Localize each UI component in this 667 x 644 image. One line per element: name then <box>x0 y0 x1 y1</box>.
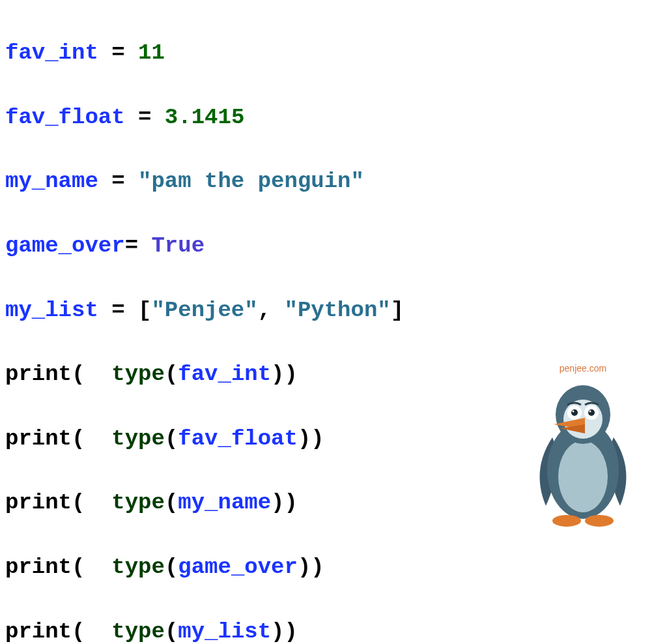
builtin-type: type <box>111 490 165 515</box>
penguin-icon <box>528 379 638 529</box>
paren-close: )) <box>271 362 298 387</box>
paren-open: ( <box>72 555 111 579</box>
eq-op: = <box>98 298 138 323</box>
paren-close: )) <box>298 426 324 451</box>
code-line-9: print( type(game_over)) <box>5 551 662 583</box>
paren-open: ( <box>165 426 178 451</box>
paren-close: )) <box>271 490 298 515</box>
svg-point-6 <box>571 409 578 416</box>
string-literal: "Penjee" <box>151 298 257 323</box>
var-ref: fav_float <box>178 426 298 451</box>
builtin-print: print <box>5 619 72 644</box>
var-name: my_name <box>5 169 98 194</box>
paren-close: )) <box>298 555 324 579</box>
var-name: game_over <box>5 233 125 258</box>
string-literal: "pam the penguin" <box>138 169 364 194</box>
svg-point-10 <box>552 515 581 527</box>
builtin-print: print <box>5 555 72 579</box>
var-name: fav_int <box>5 40 98 65</box>
code-block: fav_int = 11 fav_float = 3.1415 my_name … <box>5 5 662 644</box>
paren-open: ( <box>165 490 178 515</box>
eq-op: = <box>125 233 152 258</box>
paren-open: ( <box>165 362 178 387</box>
int-literal: 11 <box>138 40 165 65</box>
bracket-open: [ <box>138 298 151 323</box>
var-ref: my_name <box>178 490 271 515</box>
eq-op: = <box>98 169 138 194</box>
code-line-3: my_name = "pam the penguin" <box>5 166 662 198</box>
string-literal: "Python" <box>285 298 391 323</box>
builtin-type: type <box>111 619 165 644</box>
svg-point-11 <box>585 515 614 527</box>
paren-open: ( <box>72 619 111 644</box>
var-name: my_list <box>5 298 98 323</box>
paren-open: ( <box>72 426 111 451</box>
mascot: penjee.com <box>521 362 645 540</box>
paren-open: ( <box>165 619 178 644</box>
code-line-4: game_over= True <box>5 230 662 262</box>
builtin-type: type <box>111 426 165 451</box>
var-ref: my_list <box>178 619 271 644</box>
eq-op: = <box>125 105 165 130</box>
bracket-close: ] <box>391 298 404 323</box>
mascot-caption: penjee.com <box>521 362 645 375</box>
var-ref: game_over <box>178 555 298 579</box>
svg-point-8 <box>573 411 575 413</box>
svg-point-7 <box>588 409 595 416</box>
float-literal: 3.1415 <box>165 105 244 130</box>
code-line-2: fav_float = 3.1415 <box>5 102 662 134</box>
builtin-type: type <box>111 555 165 579</box>
eq-op: = <box>98 40 138 65</box>
bool-literal: True <box>151 233 205 258</box>
paren-open: ( <box>72 362 111 387</box>
builtin-print: print <box>5 490 72 515</box>
builtin-print: print <box>5 426 72 451</box>
builtin-print: print <box>5 362 72 387</box>
paren-open: ( <box>165 555 178 579</box>
code-line-1: fav_int = 11 <box>5 37 662 69</box>
var-name: fav_float <box>5 105 125 130</box>
comma: , <box>258 298 285 323</box>
paren-close: )) <box>271 619 298 644</box>
code-line-10: print( type(my_list)) <box>5 616 662 644</box>
builtin-type: type <box>111 362 165 387</box>
code-line-5: my_list = ["Penjee", "Python"] <box>5 295 662 327</box>
var-ref: fav_int <box>178 362 271 387</box>
svg-point-1 <box>558 441 608 512</box>
svg-point-9 <box>589 411 591 413</box>
paren-open: ( <box>72 490 111 515</box>
